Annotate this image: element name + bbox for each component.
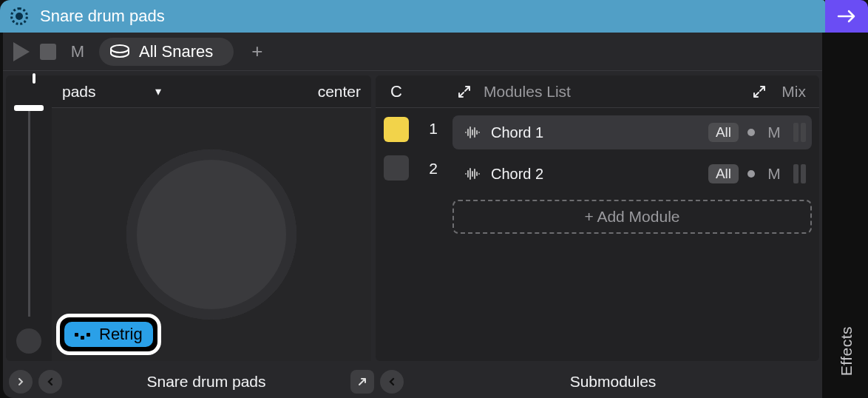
pan-knob[interactable] [16, 328, 41, 354]
submodules-back-button[interactable] [380, 370, 404, 394]
color-swatch-2[interactable] [384, 155, 409, 181]
module-scope-badge[interactable]: All [708, 164, 739, 183]
knob-indicator [33, 73, 35, 84]
pads-selector-label: pads [62, 83, 96, 101]
modules-header: C Modules List Mix [376, 75, 819, 108]
pads-selector[interactable]: pads ▾ [62, 83, 161, 101]
add-tab-button[interactable]: + [244, 40, 270, 63]
modules-list-header: Modules List [479, 83, 571, 101]
pad-mode-label: center [318, 83, 361, 101]
chevron-down-icon: ▾ [155, 84, 161, 98]
module-row[interactable]: Chord 2 All M [452, 157, 812, 191]
retrig-icon [75, 333, 90, 337]
volume-fader[interactable] [28, 107, 30, 317]
retrig-highlight: Retrig [56, 314, 161, 355]
side-next-button[interactable] [825, 0, 868, 33]
drum-icon [109, 44, 130, 60]
waveform-icon [463, 126, 482, 139]
add-module-label: + Add Module [584, 208, 679, 226]
module-index: 2 [429, 160, 438, 178]
module-level-meter [793, 164, 806, 183]
footer-left-label: Snare drum pads [68, 373, 345, 391]
title-bar: Snare drum pads [0, 0, 825, 33]
fader-column [6, 75, 52, 361]
module-level-meter [793, 123, 806, 142]
mute-button[interactable]: M [67, 42, 89, 61]
pad-header: pads ▾ center [52, 75, 371, 108]
pad-canvas: Retrig [52, 108, 371, 361]
color-column [376, 108, 417, 361]
play-button[interactable] [13, 42, 30, 61]
retrig-label: Retrig [99, 325, 143, 344]
fader-handle[interactable] [14, 105, 44, 111]
mix-column-header: Mix [774, 83, 819, 101]
open-external-button[interactable] [350, 370, 374, 394]
window-title: Snare drum pads [40, 7, 165, 26]
side-panel: Effects [825, 0, 868, 398]
module-active-dot[interactable] [747, 129, 755, 136]
footer-bar: Snare drum pads Submodules [3, 365, 822, 398]
tab-label: All Snares [139, 42, 213, 61]
modules-panel: C Modules List Mix [376, 75, 819, 361]
retrig-button[interactable]: Retrig [64, 322, 153, 347]
color-column-header: C [376, 82, 417, 101]
module-name: Chord 2 [491, 166, 699, 183]
index-column: 1 2 [417, 108, 450, 361]
module-row[interactable]: Chord 1 All M [452, 115, 812, 149]
expand-left-icon[interactable] [450, 84, 479, 99]
module-index: 1 [429, 120, 438, 138]
nav-back-button[interactable] [38, 370, 62, 394]
effects-tab-label[interactable]: Effects [838, 326, 855, 376]
add-module-button[interactable]: + Add Module [452, 200, 812, 234]
nav-forward-button[interactable] [9, 370, 33, 394]
module-mute-button[interactable]: M [764, 124, 784, 141]
stop-button[interactable] [40, 44, 56, 60]
svg-point-0 [111, 45, 129, 53]
app-logo-icon [10, 7, 28, 25]
footer-right-label: Submodules [410, 373, 816, 391]
pad-panel: pads ▾ center Re [6, 75, 371, 361]
transport-bar: M All Snares + [3, 33, 822, 71]
color-swatch-1[interactable] [384, 117, 409, 142]
module-active-dot[interactable] [747, 170, 755, 178]
module-name: Chord 1 [491, 124, 699, 141]
tab-all-snares[interactable]: All Snares [99, 38, 234, 66]
drum-pad[interactable] [126, 149, 296, 320]
module-mute-button[interactable]: M [764, 165, 784, 183]
expand-right-icon[interactable] [745, 84, 774, 99]
waveform-icon [463, 167, 482, 181]
modules-list: Chord 1 All M Chord 2 All [450, 108, 819, 361]
module-scope-badge[interactable]: All [708, 123, 739, 142]
